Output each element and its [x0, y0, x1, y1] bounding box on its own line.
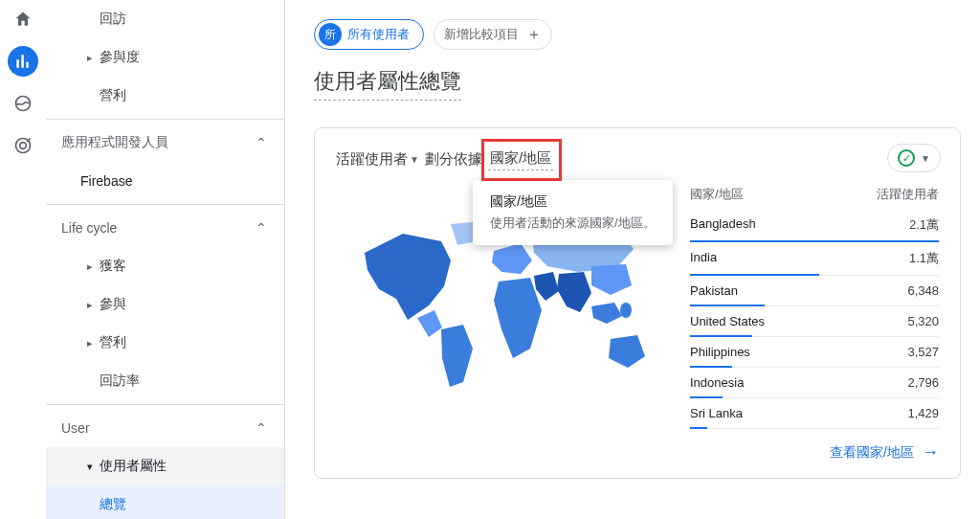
sidebar-item-label: 回訪 — [100, 11, 284, 28]
chevron-up-icon: ⌃ — [256, 135, 284, 150]
chip-add-comparison[interactable]: 新增比較項目 ＋ — [434, 19, 552, 50]
cell-country: Bangladesh — [690, 216, 756, 234]
dimension-selector[interactable]: 國家/地區 — [488, 147, 553, 170]
split-by-label: 劃分依據 — [425, 150, 482, 169]
check-circle-icon: ✓ — [898, 149, 915, 167]
chevron-down-icon: ▼ — [410, 154, 419, 165]
link-label: 查看國家/地區 — [830, 444, 914, 462]
cell-value: 1,429 — [907, 406, 939, 420]
cell-country: Pakistan — [690, 283, 738, 298]
sidebar-item-label: Firebase — [80, 173, 284, 189]
sidebar-item-monetization[interactable]: 營利 — [46, 77, 284, 115]
cell-country: United States — [690, 314, 765, 328]
card-footer: 查看國家/地區 → — [336, 442, 939, 463]
sidebar-item-label: 獲客 — [100, 258, 284, 275]
sidebar-item-monetize[interactable]: ▸ 營利 — [46, 324, 284, 362]
page-title: 使用者屬性總覽 — [314, 67, 461, 101]
cell-value: 2.1萬 — [909, 216, 939, 234]
cell-country: Sri Lanka — [690, 406, 743, 420]
sidebar-item-retention[interactable]: 回訪率 — [46, 362, 284, 400]
cell-value: 5,320 — [907, 314, 939, 328]
chevron-down-icon: ▼ — [921, 153, 930, 164]
cell-country: Philippines — [690, 345, 750, 359]
caret-down-icon: ▾ — [80, 461, 100, 473]
table-row[interactable]: Pakistan6,348 — [690, 276, 939, 306]
plus-icon: ＋ — [526, 25, 542, 45]
section-label: User — [61, 420, 256, 436]
advertising-icon[interactable] — [8, 130, 38, 161]
sidebar-item-label: 參與度 — [100, 49, 284, 66]
sidebar-item-label: 使用者屬性 — [100, 458, 284, 475]
svg-point-3 — [620, 303, 632, 318]
table-row[interactable]: Philippines3,527 — [690, 337, 939, 368]
card-status-button[interactable]: ✓ ▼ — [887, 144, 941, 172]
card-header: 活躍使用者 ▼ 劃分依據 國家/地區 — [336, 147, 939, 170]
sidebar-item-engage[interactable]: ▸ 參與 — [46, 285, 284, 324]
sidebar-item-label: 回訪率 — [100, 372, 284, 390]
col-value: 活躍使用者 — [877, 186, 939, 203]
country-card: 活躍使用者 ▼ 劃分依據 國家/地區 ✓ ▼ — [314, 127, 961, 479]
sidebar-item-overview[interactable]: 總覽 — [46, 485, 284, 519]
metric-label: 活躍使用者 — [336, 150, 408, 169]
sidebar-item-label: 總覽 — [100, 496, 284, 513]
tooltip-description: 使用者活動的來源國家/地區。 — [490, 214, 656, 232]
section-label: 應用程式開發人員 — [61, 134, 256, 151]
metric-selector[interactable]: 活躍使用者 ▼ — [336, 150, 419, 169]
table-row[interactable]: United States5,320 — [690, 306, 939, 337]
main-content: 所 所有使用者 新增比較項目 ＋ 使用者屬性總覽 活躍使用者 ▼ 劃分依據 國家… — [285, 0, 980, 519]
dimension-tooltip: 國家/地區 使用者活動的來源國家/地區。 — [473, 180, 673, 245]
col-country: 國家/地區 — [690, 186, 744, 203]
sidebar-item-label: 營利 — [100, 334, 284, 351]
cell-country: India — [690, 250, 717, 267]
section-label: Life cycle — [61, 220, 256, 236]
sidebar-item-return[interactable]: 回訪 — [46, 0, 284, 38]
comparison-chips: 所 所有使用者 新增比較項目 ＋ — [314, 19, 961, 50]
chevron-up-icon: ⌃ — [256, 220, 284, 236]
sidebar-item-acquisition[interactable]: ▸ 獲客 — [46, 247, 284, 285]
table-row[interactable]: Indonesia2,796 — [690, 368, 939, 398]
home-icon[interactable] — [8, 4, 38, 34]
sidebar-item-firebase[interactable]: Firebase — [46, 162, 284, 200]
sidebar: 回訪 ▸ 參與度 營利 應用程式開發人員 ⌃ Firebase Life cyc… — [46, 0, 285, 519]
sidebar-section-developer[interactable]: 應用程式開發人員 ⌃ — [46, 124, 284, 162]
sidebar-item-user-attributes[interactable]: ▾ 使用者屬性 — [46, 447, 284, 485]
table-header: 國家/地區 活躍使用者 — [690, 182, 939, 209]
country-table: 國家/地區 活躍使用者 Bangladesh2.1萬India1.1萬Pakis… — [690, 182, 939, 429]
sidebar-item-engagement[interactable]: ▸ 參與度 — [46, 38, 284, 77]
caret-icon: ▸ — [80, 299, 100, 311]
explore-icon[interactable] — [8, 88, 38, 119]
caret-icon: ▸ — [80, 52, 100, 64]
table-row[interactable]: India1.1萬 — [690, 242, 939, 276]
sidebar-item-label: 參與 — [100, 296, 284, 313]
cell-value: 2,796 — [907, 375, 939, 390]
chip-badge: 所 — [319, 23, 342, 46]
caret-icon: ▸ — [80, 337, 100, 350]
table-row[interactable]: Bangladesh2.1萬 — [690, 209, 939, 242]
svg-point-2 — [20, 143, 27, 149]
arrow-right-icon: → — [922, 442, 939, 463]
view-countries-link[interactable]: 查看國家/地區 → — [830, 442, 939, 463]
chevron-up-icon: ⌃ — [256, 420, 284, 436]
tooltip-title: 國家/地區 — [490, 193, 656, 211]
caret-icon: ▸ — [80, 260, 100, 273]
chip-all-users[interactable]: 所 所有使用者 — [314, 19, 424, 50]
divider — [46, 204, 284, 205]
spark-bar — [690, 427, 707, 429]
sidebar-section-user[interactable]: User ⌃ — [46, 409, 284, 447]
chip-label: 所有使用者 — [347, 26, 410, 43]
sidebar-item-label: 營利 — [100, 87, 284, 104]
sidebar-section-lifecycle[interactable]: Life cycle ⌃ — [46, 209, 284, 247]
table-row[interactable]: Sri Lanka1,429 — [690, 398, 939, 429]
cell-value: 3,527 — [907, 345, 939, 359]
cell-value: 1.1萬 — [909, 250, 939, 267]
nav-rail — [0, 0, 46, 519]
divider — [46, 119, 284, 120]
reports-icon[interactable] — [8, 46, 38, 77]
chip-label: 新增比較項目 — [444, 26, 519, 43]
cell-country: Indonesia — [690, 375, 744, 390]
cell-value: 6,348 — [907, 283, 939, 298]
divider — [46, 404, 284, 405]
